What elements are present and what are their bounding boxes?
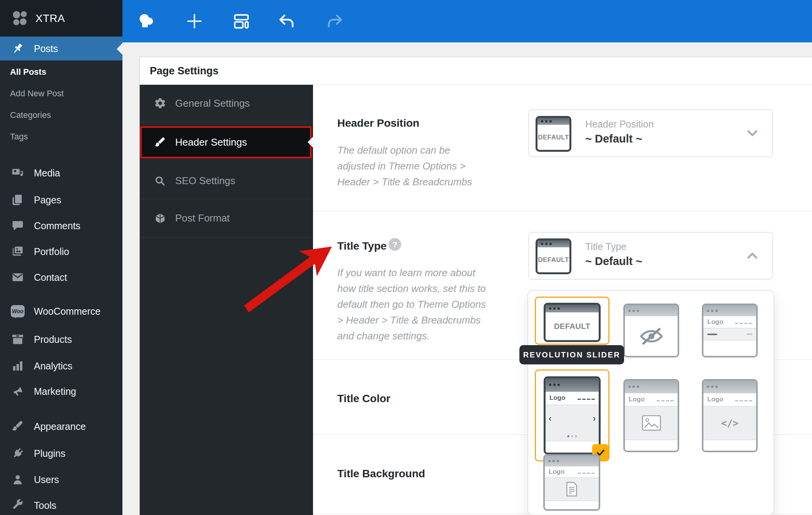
sidebar-item-products[interactable]: Products bbox=[0, 327, 122, 352]
sidebar-item-plugins[interactable]: Plugins bbox=[0, 441, 122, 466]
search-icon bbox=[154, 174, 167, 188]
tab-label: General Settings bbox=[175, 97, 250, 109]
image-icon bbox=[641, 415, 661, 431]
tab-label: Header Settings bbox=[175, 136, 247, 148]
sidebar-item-portfolio[interactable]: Portfolio bbox=[0, 239, 122, 264]
sidebar-item-contact[interactable]: Contact bbox=[0, 265, 122, 290]
header-position-label: Header Position bbox=[337, 117, 419, 129]
thumb-logo-text: Logo bbox=[707, 318, 723, 326]
sidebar-item-label: Posts bbox=[34, 43, 58, 54]
help-icon[interactable]: ? bbox=[388, 238, 401, 251]
default-option-icon: DEFAULT bbox=[536, 238, 571, 274]
header-position-select[interactable]: DEFAULT Header Position ~ Default ~ bbox=[528, 109, 773, 157]
revolution-slider-tooltip: REVOLUTION SLIDER bbox=[519, 345, 624, 364]
screen: XTRA Posts All Posts Add New Post Catego… bbox=[0, 0, 812, 515]
tab-header-settings-annotated[interactable]: Header Settings bbox=[140, 126, 311, 158]
add-icon[interactable] bbox=[185, 12, 204, 30]
sidebar-subitem-all-posts[interactable]: All Posts bbox=[0, 61, 122, 83]
menu-label: Appearance bbox=[34, 421, 86, 432]
title-type-select[interactable]: DEFAULT Title Type ~ Default ~ bbox=[528, 232, 773, 280]
slider-area: ‹ › bbox=[546, 405, 599, 441]
active-menu-notch bbox=[111, 43, 122, 55]
subitem-label: Categories bbox=[10, 110, 51, 120]
undo-icon[interactable] bbox=[277, 12, 296, 30]
menu-label: Marketing bbox=[34, 386, 76, 397]
revolution-slider-thumb: Logo ‹ › bbox=[544, 376, 601, 455]
sidebar-item-tools[interactable]: Tools bbox=[0, 493, 122, 515]
sidebar-item-media[interactable]: Media bbox=[0, 160, 122, 186]
redo-icon[interactable] bbox=[326, 12, 344, 30]
cloud-logo-icon[interactable] bbox=[137, 12, 156, 30]
sidebar-item-marketing[interactable]: Marketing bbox=[0, 379, 122, 404]
menu-label: Plugins bbox=[34, 448, 65, 459]
pages-icon bbox=[11, 193, 25, 207]
hide-title-thumb bbox=[623, 304, 679, 357]
default-thumb-text: DEFAULT bbox=[538, 134, 569, 141]
option-code-title[interactable]: Logo </> bbox=[702, 379, 758, 452]
menu-label: Users bbox=[34, 474, 59, 485]
thumb-logo-text: Logo bbox=[549, 468, 565, 476]
brush-icon bbox=[154, 136, 167, 149]
option-image-title[interactable]: Logo bbox=[623, 379, 679, 452]
option-hide-title[interactable] bbox=[623, 304, 679, 357]
subitem-label: Add New Post bbox=[10, 89, 64, 99]
option-revolution-slider[interactable]: Logo ‹ › bbox=[535, 369, 609, 461]
megaphone-icon bbox=[11, 384, 25, 398]
default-thumb-text: DEFAULT bbox=[538, 256, 569, 264]
menu-label: Comments bbox=[34, 220, 80, 231]
top-toolbar bbox=[122, 0, 812, 42]
thumb-logo-text: Logo bbox=[707, 396, 723, 403]
layout-icon[interactable] bbox=[232, 12, 251, 30]
default-thumb: DEFAULT bbox=[544, 303, 601, 342]
default-thumb-text: DEFAULT bbox=[554, 322, 590, 331]
sidebar-item-users[interactable]: Users bbox=[0, 467, 122, 492]
menu-label: Portfolio bbox=[34, 246, 69, 257]
eye-off-icon bbox=[639, 327, 664, 345]
woocommerce-icon: Woo bbox=[11, 304, 25, 318]
menu-label: Pages bbox=[34, 195, 61, 206]
option-title-bar[interactable]: Logo bbox=[702, 304, 758, 357]
slider-dots bbox=[568, 435, 577, 437]
content-title-thumb: Logo bbox=[543, 454, 600, 511]
sidebar-subitem-tags[interactable]: Tags bbox=[0, 126, 122, 148]
sidebar-item-pages[interactable]: Pages bbox=[0, 187, 122, 213]
user-icon bbox=[11, 473, 25, 486]
subitem-label: Tags bbox=[10, 132, 28, 142]
pin-icon bbox=[11, 42, 25, 55]
comment-icon bbox=[11, 219, 25, 233]
sidebar-subitem-add-new-post[interactable]: Add New Post bbox=[0, 83, 122, 104]
title-color-label: Title Color bbox=[337, 393, 390, 405]
tab-general-settings[interactable]: General Settings bbox=[140, 85, 313, 121]
envelope-icon bbox=[11, 270, 25, 284]
plug-icon bbox=[11, 446, 25, 460]
menu-label: Contact bbox=[34, 272, 67, 283]
menu-label: WooCommerce bbox=[34, 306, 100, 317]
settings-tab-column: General Settings Header Settings bbox=[140, 85, 313, 515]
box-icon bbox=[11, 332, 25, 346]
slider-prev-icon: ‹ bbox=[549, 414, 551, 424]
sidebar-subitem-categories[interactable]: Categories bbox=[0, 104, 122, 126]
woo-badge-label: Woo bbox=[12, 308, 23, 314]
admin-sidebar: XTRA Posts All Posts Add New Post Catego… bbox=[0, 0, 122, 515]
title-bar-thumb: Logo bbox=[702, 304, 758, 357]
logo-label: XTRA bbox=[35, 12, 65, 25]
select-label: Title Type bbox=[585, 241, 626, 252]
code-icon: </> bbox=[721, 418, 738, 429]
sidebar-logo[interactable]: XTRA bbox=[0, 0, 122, 37]
active-tab-notch bbox=[302, 137, 313, 148]
sidebar-item-comments[interactable]: Comments bbox=[0, 213, 122, 238]
default-option-icon: DEFAULT bbox=[536, 116, 571, 152]
tab-seo-settings[interactable]: SEO Settings bbox=[140, 163, 313, 199]
option-default[interactable]: DEFAULT bbox=[535, 297, 609, 345]
tab-post-format[interactable]: Post Format bbox=[140, 199, 313, 237]
select-value: ~ Default ~ bbox=[585, 255, 642, 268]
subitem-label: All Posts bbox=[10, 67, 46, 77]
xtra-logo-icon bbox=[11, 9, 29, 28]
sidebar-item-analytics[interactable]: Analytics bbox=[0, 353, 122, 379]
sidebar-item-appearance[interactable]: Appearance bbox=[0, 414, 122, 439]
sidebar-item-woocommerce[interactable]: Woo WooCommerce bbox=[0, 299, 122, 324]
sidebar-item-posts[interactable]: Posts bbox=[0, 37, 122, 60]
option-content-title[interactable]: Logo bbox=[543, 454, 600, 511]
panel-header: Page Settings bbox=[140, 57, 812, 85]
select-label: Header Position bbox=[585, 119, 654, 130]
